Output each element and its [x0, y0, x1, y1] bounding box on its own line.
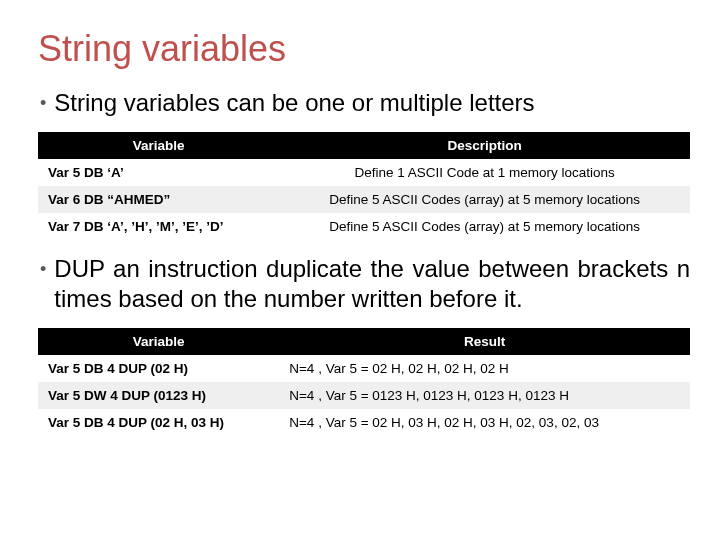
table-row: Var 5 DB ‘A’ Define 1 ASCII Code at 1 me… — [38, 159, 690, 186]
bullet-1: • String variables can be one or multipl… — [40, 88, 690, 118]
table-row: Var 5 DW 4 DUP (0123 H) N=4 , Var 5 = 01… — [38, 382, 690, 409]
bullet-2: • DUP an instruction duplicate the value… — [40, 254, 690, 314]
table-cell-description: Define 1 ASCII Code at 1 memory location… — [279, 159, 690, 186]
table-cell-variable: Var 7 DB ‘A’, ’H’, ’M’, ’E’, ’D’ — [38, 213, 279, 240]
bullet-2-prefix: DUP — [54, 255, 104, 282]
table-header-result: Result — [279, 328, 690, 355]
table-cell-description: Define 5 ASCII Codes (array) at 5 memory… — [279, 213, 690, 240]
table-cell-result: N=4 , Var 5 = 0123 H, 0123 H, 0123 H, 01… — [279, 382, 690, 409]
table-header-row: Variable Description — [38, 132, 690, 159]
table-cell-variable: Var 5 DB 4 DUP (02 H, 03 H) — [38, 409, 279, 436]
table-header-variable: Variable — [38, 132, 279, 159]
table-header-variable: Variable — [38, 328, 279, 355]
bullet-2-text: DUP an instruction duplicate the value b… — [54, 254, 690, 314]
table-cell-variable: Var 5 DB ‘A’ — [38, 159, 279, 186]
bullet-dot-icon: • — [40, 254, 46, 284]
table-cell-result: N=4 , Var 5 = 02 H, 03 H, 02 H, 03 H, 02… — [279, 409, 690, 436]
table-cell-description: Define 5 ASCII Codes (array) at 5 memory… — [279, 186, 690, 213]
bullet-2-rest: an instruction duplicate the value betwe… — [54, 255, 690, 312]
table-header-description: Description — [279, 132, 690, 159]
table-row: Var 7 DB ‘A’, ’H’, ’M’, ’E’, ’D’ Define … — [38, 213, 690, 240]
table-cell-variable: Var 5 DB 4 DUP (02 H) — [38, 355, 279, 382]
table-cell-result: N=4 , Var 5 = 02 H, 02 H, 02 H, 02 H — [279, 355, 690, 382]
bullet-dot-icon: • — [40, 88, 46, 118]
table-variable-description: Variable Description Var 5 DB ‘A’ Define… — [38, 132, 690, 240]
slide: String variables • String variables can … — [0, 0, 720, 436]
table-cell-variable: Var 6 DB “AHMED” — [38, 186, 279, 213]
bullet-1-rest: variables can be one or multiple letters — [117, 89, 535, 116]
table-row: Var 5 DB 4 DUP (02 H, 03 H) N=4 , Var 5 … — [38, 409, 690, 436]
bullet-1-text: String variables can be one or multiple … — [54, 88, 534, 118]
table-cell-variable: Var 5 DW 4 DUP (0123 H) — [38, 382, 279, 409]
table-row: Var 5 DB 4 DUP (02 H) N=4 , Var 5 = 02 H… — [38, 355, 690, 382]
table-row: Var 6 DB “AHMED” Define 5 ASCII Codes (a… — [38, 186, 690, 213]
table-header-row: Variable Result — [38, 328, 690, 355]
bullet-1-prefix: String — [54, 89, 117, 116]
table-variable-result: Variable Result Var 5 DB 4 DUP (02 H) N=… — [38, 328, 690, 436]
slide-title: String variables — [38, 28, 690, 70]
